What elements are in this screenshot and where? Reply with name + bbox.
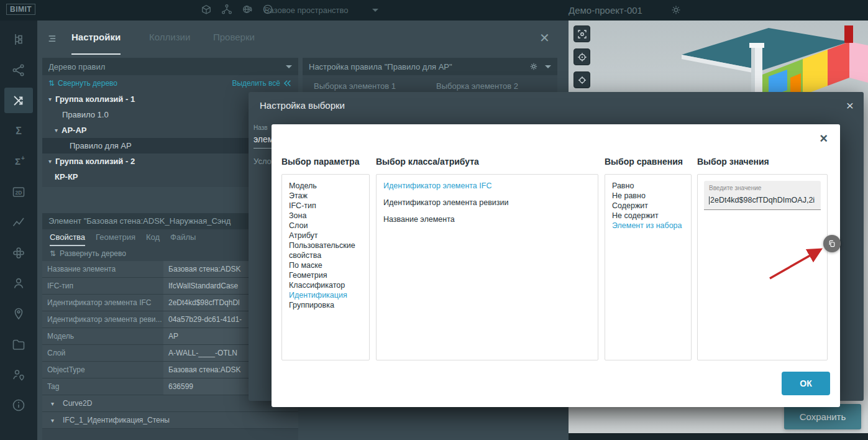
list-item-selected[interactable]: Идентификатор элемента IFC <box>383 181 591 191</box>
list-item[interactable]: Классификатор <box>289 280 362 290</box>
sidebar-item-user-location[interactable] <box>4 362 33 387</box>
select-all-icon <box>283 80 292 87</box>
column-header-parameter: Выбор параметра <box>281 157 359 167</box>
sidebar-item-info[interactable] <box>4 392 33 418</box>
rule-tree-title: Дерево правил <box>48 62 105 71</box>
property-name: Идентификатор элемента IFC <box>42 295 163 311</box>
viewport-bottom-bar <box>569 433 868 440</box>
tab-files[interactable]: Файлы <box>170 229 196 246</box>
tab-geometry[interactable]: Геометрия <box>96 229 135 246</box>
topbar-toolbar <box>200 3 274 16</box>
select-all-link[interactable]: Выделить всё <box>232 79 292 88</box>
tab-code[interactable]: Код <box>146 229 160 246</box>
tab-collisions[interactable]: Коллизии <box>149 21 190 55</box>
list-item[interactable]: Пользовательские свойства <box>289 241 362 260</box>
sidebar-item-folder[interactable] <box>4 331 33 357</box>
sidebar-item-location[interactable] <box>4 301 33 326</box>
selection-tab-2[interactable]: Выборка элементов 2 <box>436 81 518 91</box>
chevron-down-icon <box>55 127 58 134</box>
list-item[interactable]: Идентификатор элемента ревизии <box>383 198 591 208</box>
value-input-text: 2eDt4kd$98cfTDqhDImOAJ,2i <box>710 196 815 204</box>
property-group-ifc-identification[interactable]: IFC_1_Идентификация_Стены <box>42 412 298 429</box>
sidebar-item-sum-add[interactable]: Σ+ <box>4 149 33 174</box>
menu-icon[interactable] <box>47 33 58 47</box>
expand-tree-icon: ⇅ <box>50 249 56 258</box>
org-chart-icon[interactable] <box>221 3 233 16</box>
gear-icon[interactable] <box>529 62 539 71</box>
tab-properties[interactable]: Свойства <box>50 229 85 246</box>
parameter-list: Модель Этаж IFC-тип Зона Слои Атрибут По… <box>281 174 370 360</box>
rule-settings-title: Настройка правила "Правило для АР" <box>309 62 452 71</box>
sidebar-item-sum[interactable]: Σ <box>4 118 33 144</box>
chevron-down-icon[interactable] <box>286 65 292 68</box>
rule-settings-panel-header: Настройка правила "Правило для АР" <box>303 58 557 75</box>
list-item[interactable]: Этаж <box>289 191 362 201</box>
property-name: Идентификатор элемента реви... <box>42 311 163 328</box>
close-icon[interactable]: × <box>820 131 828 147</box>
sidebar-item-user[interactable] <box>4 270 33 296</box>
close-panel-button[interactable]: ✕ <box>539 30 550 45</box>
list-item[interactable]: Слои <box>289 221 362 231</box>
list-item-selected[interactable]: Идентификация <box>289 290 362 300</box>
selection-tab-1[interactable]: Выборка элементов 1 <box>314 81 396 91</box>
space-selector[interactable]: Базовое пространство <box>264 0 378 21</box>
package-icon[interactable] <box>200 3 212 16</box>
list-item[interactable]: Не содержит <box>612 211 684 221</box>
app-logo: BIMIT <box>6 4 35 15</box>
svg-text:Σ: Σ <box>15 156 21 167</box>
sidebar-item-chart[interactable] <box>4 209 33 235</box>
list-item[interactable]: Равно <box>612 181 684 191</box>
target-button[interactable] <box>573 48 590 65</box>
chevron-down-icon <box>51 400 54 407</box>
fit-view-button[interactable] <box>573 71 590 88</box>
property-name: Модель <box>42 328 163 344</box>
focus-selection-button[interactable] <box>573 25 590 42</box>
list-item[interactable]: Группировка <box>289 300 362 310</box>
column-header-value: Выбор значения <box>697 157 769 167</box>
list-item-selected[interactable]: Элемент из набора <box>612 221 684 231</box>
list-item[interactable]: IFC-тип <box>289 201 362 211</box>
modal-title: Настройка выборки <box>260 100 345 111</box>
svg-text:2D: 2D <box>16 189 22 195</box>
gear-icon[interactable] <box>670 4 682 19</box>
rule-tree-panel-header: Дерево правил <box>42 58 298 75</box>
column-header-comparison: Выбор сравнения <box>605 157 683 167</box>
chevron-down-icon[interactable] <box>545 65 551 68</box>
sidebar: Σ Σ+ 2D <box>0 21 37 440</box>
tab-checks[interactable]: Проверки <box>213 21 255 55</box>
list-item[interactable]: По маске <box>289 260 362 270</box>
value-input[interactable]: Введите значение 2eDt4kd$98cfTDqhDImOAJ,… <box>704 181 821 210</box>
close-icon[interactable]: × <box>846 98 854 113</box>
parameter-picker-modal: × Выбор параметра Выбор класса/атрибута … <box>272 124 840 407</box>
sidebar-item-share[interactable] <box>4 57 33 83</box>
chevron-down-icon <box>372 9 378 12</box>
text-cursor <box>709 196 710 204</box>
collapse-tree-link[interactable]: ⇅Свернуть дерево <box>48 79 117 88</box>
copy-button[interactable] <box>823 235 841 252</box>
tab-settings[interactable]: Настройки <box>71 21 121 55</box>
chevron-down-icon <box>51 417 54 424</box>
sidebar-item-plugin[interactable] <box>4 240 33 265</box>
list-item[interactable]: Зона <box>289 211 362 221</box>
save-button[interactable]: Сохранить <box>784 404 861 429</box>
list-item[interactable]: Модель <box>289 181 362 191</box>
list-item[interactable]: Геометрия <box>289 270 362 280</box>
sidebar-item-collisions[interactable] <box>4 88 33 113</box>
sidebar-item-2d-view[interactable]: 2D <box>4 179 33 204</box>
list-item[interactable]: Атрибут <box>289 231 362 241</box>
chevron-down-icon <box>48 158 52 165</box>
ok-button[interactable]: ОК <box>782 372 830 395</box>
value-input-label: Введите значение <box>709 185 816 191</box>
list-item[interactable]: Название элемента <box>383 214 591 225</box>
sidebar-item-model-tree[interactable] <box>4 27 33 52</box>
list-item[interactable]: Содержит <box>612 201 684 211</box>
class-attr-list: Идентификатор элемента IFC Идентификатор… <box>376 174 598 360</box>
project-title: Демо-проект-001 <box>569 0 642 21</box>
svg-text:Σ: Σ <box>16 126 22 136</box>
property-name: ObjectType <box>42 362 163 378</box>
property-name: Tag <box>42 378 163 395</box>
globe-sync-icon[interactable] <box>241 3 254 16</box>
list-item[interactable]: Не равно <box>612 191 684 201</box>
collapse-tree-icon: ⇅ <box>48 79 55 88</box>
chevron-down-icon <box>48 96 52 103</box>
